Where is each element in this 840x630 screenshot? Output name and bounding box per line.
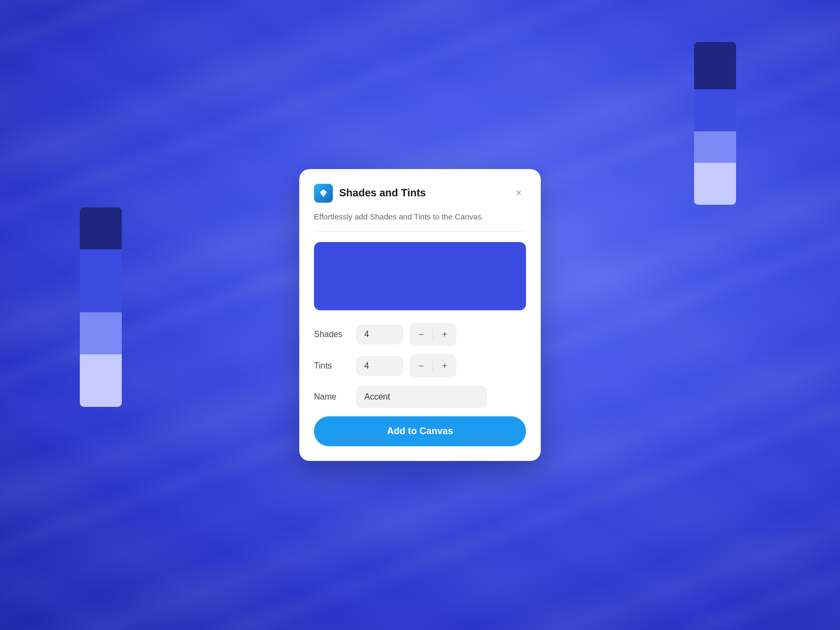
name-row: Name — [314, 386, 526, 408]
shades-decrement-button[interactable]: − — [410, 323, 433, 346]
tints-label: Tints — [314, 361, 356, 371]
modal-description: Effortlessly add Shades and Tints to the… — [314, 211, 526, 223]
add-to-canvas-button[interactable]: Add to Canvas — [314, 416, 526, 446]
modal-dialog: Shades and Tints × Effortlessly add Shad… — [299, 169, 541, 461]
name-label: Name — [314, 392, 356, 402]
tints-input[interactable] — [356, 356, 403, 376]
name-input[interactable] — [356, 386, 487, 408]
app-icon — [314, 184, 333, 203]
divider — [314, 231, 526, 232]
tints-row: Tints − + — [314, 354, 526, 377]
tints-stepper: − + — [410, 354, 456, 377]
color-preview — [314, 242, 526, 310]
shades-input[interactable] — [356, 324, 403, 344]
modal-header-left: Shades and Tints — [314, 184, 426, 203]
tints-increment-button[interactable]: + — [433, 354, 456, 377]
modal-header: Shades and Tints × — [314, 184, 526, 203]
close-button[interactable]: × — [511, 186, 526, 201]
shades-label: Shades — [314, 330, 356, 339]
diamond-icon — [318, 188, 329, 198]
tints-decrement-button[interactable]: − — [410, 354, 433, 377]
modal-overlay: Shades and Tints × Effortlessly add Shad… — [0, 0, 840, 630]
shades-increment-button[interactable]: + — [433, 323, 456, 346]
modal-title: Shades and Tints — [339, 187, 426, 199]
shades-row: Shades − + — [314, 323, 526, 346]
shades-stepper: − + — [410, 323, 456, 346]
